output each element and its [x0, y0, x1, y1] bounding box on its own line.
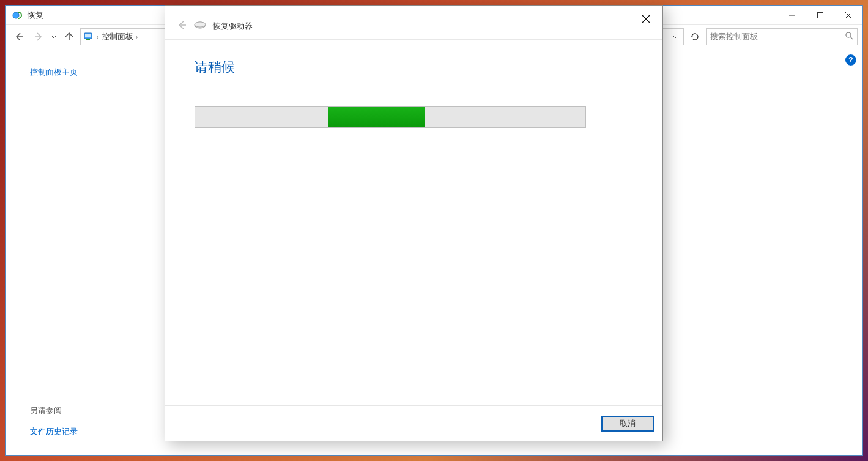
- recovery-drive-dialog: 恢复驱动器 请稍候 取消: [165, 5, 663, 441]
- maximize-button[interactable]: [806, 6, 834, 24]
- nav-up-button[interactable]: [61, 28, 78, 45]
- svg-point-19: [195, 22, 206, 27]
- file-history-link[interactable]: 文件历史记录: [30, 426, 128, 437]
- svg-point-0: [13, 12, 19, 18]
- dialog-footer: 取消: [165, 405, 662, 441]
- svg-rect-10: [85, 34, 91, 37]
- sidebar: 控制面板主页 另请参阅 文件历史记录: [6, 48, 152, 455]
- close-button[interactable]: [834, 6, 862, 24]
- cancel-button[interactable]: 取消: [601, 416, 654, 432]
- please-wait-message: 请稍候: [195, 58, 633, 77]
- svg-rect-3: [818, 12, 823, 18]
- nav-forward-button[interactable]: [30, 28, 47, 45]
- search-input[interactable]: [710, 32, 845, 41]
- breadcrumb-separator: ›: [95, 33, 100, 40]
- dialog-body: 请稍候: [165, 40, 662, 405]
- see-also-label: 另请参阅: [30, 405, 128, 416]
- nav-history-dropdown[interactable]: [50, 34, 58, 39]
- svg-rect-11: [86, 39, 90, 40]
- help-icon[interactable]: ?: [845, 54, 856, 66]
- dialog-back-icon: [176, 20, 187, 32]
- sidebar-home-link[interactable]: 控制面板主页: [30, 67, 128, 78]
- nav-back-button[interactable]: [10, 28, 28, 45]
- recovery-icon: [12, 10, 23, 21]
- breadcrumb-separator: ›: [135, 33, 139, 40]
- dialog-title: 恢复驱动器: [213, 21, 253, 32]
- breadcrumb-item-control-panel[interactable]: 控制面板: [102, 31, 133, 42]
- control-panel-icon: [83, 31, 94, 42]
- dialog-close-button[interactable]: [633, 9, 659, 29]
- svg-point-13: [846, 32, 851, 37]
- minimize-button[interactable]: [778, 6, 806, 24]
- address-dropdown-button[interactable]: [669, 29, 681, 45]
- window-title: 恢复: [28, 10, 43, 21]
- search-icon: [845, 31, 853, 42]
- search-box[interactable]: [706, 28, 858, 45]
- progress-chunk: [328, 107, 426, 127]
- drive-icon: [193, 20, 207, 32]
- svg-line-14: [850, 37, 853, 39]
- refresh-button[interactable]: [686, 28, 703, 45]
- dialog-header: 恢复驱动器: [165, 6, 662, 40]
- progress-bar: [195, 106, 586, 128]
